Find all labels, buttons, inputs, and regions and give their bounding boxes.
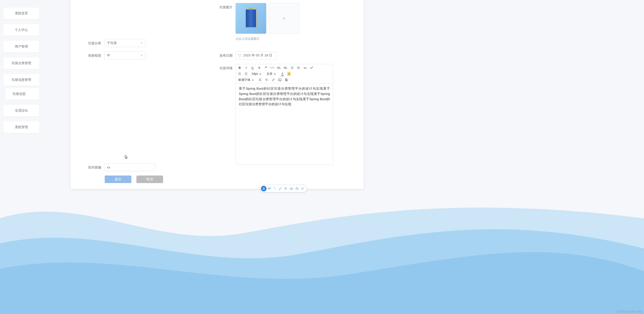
label-detail: 垃圾详情	[213, 64, 236, 71]
svg-point-3	[297, 68, 298, 69]
gear-icon	[301, 187, 304, 190]
unordered-list-icon	[297, 66, 300, 69]
ime-toolbar: 王 中 °,	[260, 185, 307, 192]
indent-icon	[238, 72, 241, 76]
upload-hint: 点击上传垃圾图片	[236, 37, 299, 41]
svg-point-2	[297, 67, 298, 68]
date-input[interactable]: 2023 年 03 月 19 日	[236, 51, 277, 59]
sidebar-item-category-mgmt[interactable]: 垃圾分类管理	[4, 57, 39, 69]
sidebar-item-user-mgmt[interactable]: 用户管理	[4, 41, 39, 52]
category-value: 干垃圾	[107, 41, 117, 45]
ime-logo-icon[interactable]: 王	[261, 186, 267, 191]
subscript-button[interactable]: x₂	[303, 65, 307, 70]
font-size-select[interactable]: 14px	[250, 72, 263, 76]
outdent-button[interactable]	[244, 71, 248, 76]
save-icon	[285, 78, 288, 82]
h2-button[interactable]: H₂	[283, 65, 288, 70]
ime-punct-toggle[interactable]: °,	[272, 186, 277, 191]
scissors-icon	[284, 187, 288, 190]
label-image: 垃圾图片	[213, 3, 236, 10]
image-button[interactable]	[278, 77, 282, 82]
save-button[interactable]	[284, 77, 289, 82]
outdent-icon	[244, 72, 248, 76]
label-danger: 危害程度	[82, 51, 104, 58]
sidebar-item-info-mgmt[interactable]: 垃圾信息管理	[4, 74, 39, 86]
editor-content[interactable]: 基于Spring Boot的社区垃圾分类管理平台的设计与实现基于Spring B…	[236, 84, 333, 165]
pencil-icon	[279, 187, 282, 190]
date-value: 2023 年 03 月 19 日	[243, 53, 272, 58]
svg-point-9	[302, 188, 303, 189]
label-category: 垃圾分类	[82, 39, 104, 46]
align-icon	[258, 78, 262, 82]
plus-icon	[281, 15, 287, 21]
ime-lang-toggle[interactable]: 中	[267, 186, 272, 191]
link-icon	[272, 78, 275, 82]
clear-format-button[interactable]: Tx	[264, 77, 269, 82]
battery-image	[245, 9, 256, 28]
font-color-button[interactable]: A	[280, 71, 285, 76]
sidebar-item-home[interactable]: 系统首页	[4, 8, 39, 19]
danger-select[interactable]: 中	[104, 51, 145, 59]
sidebar: 系统首页 个人中心 用户管理 垃圾分类管理 垃圾信息管理 垃圾信息 交流论坛 系…	[4, 8, 39, 138]
upload-button[interactable]	[269, 3, 299, 34]
keyboard-icon	[290, 187, 293, 190]
bg-color-button[interactable]: A	[287, 71, 291, 76]
danger-value: 中	[107, 53, 110, 58]
align-button[interactable]	[258, 77, 262, 82]
calendar-icon	[238, 54, 241, 57]
submit-button[interactable]: 提交	[105, 176, 131, 183]
superscript-button[interactable]: x²	[309, 65, 314, 70]
svg-point-5	[279, 79, 280, 80]
ime-skin-button[interactable]	[278, 186, 283, 191]
sidebar-item-forum[interactable]: 交流论坛	[4, 105, 39, 116]
label-measure: 应对措施	[82, 163, 104, 170]
measure-input[interactable]	[104, 163, 155, 171]
quote-button[interactable]: ❝	[263, 65, 268, 70]
code-button[interactable]: </>	[270, 65, 275, 70]
indent-button[interactable]	[237, 71, 242, 76]
toolbox-icon	[295, 187, 299, 190]
svg-point-1	[297, 67, 298, 67]
form-panel: 垃圾图片 点击上传垃圾图片 垃圾分类 干垃圾 危害程度 中 发布日期	[70, 0, 364, 189]
image-preview[interactable]	[236, 3, 266, 34]
category-select[interactable]: 干垃圾	[104, 39, 145, 47]
sidebar-item-profile[interactable]: 个人中心	[4, 24, 39, 36]
link-button[interactable]	[271, 77, 276, 82]
ordered-list-button[interactable]	[290, 65, 294, 70]
image-icon	[278, 78, 282, 82]
sidebar-item-system-mgmt[interactable]: 系统管理	[4, 121, 39, 133]
underline-button[interactable]: U	[250, 65, 255, 70]
unordered-list-button[interactable]	[296, 65, 301, 70]
watermark: CSDN @小菜coding	[616, 310, 642, 313]
h1-button[interactable]: H₁	[277, 65, 281, 70]
editor-toolbar: B I U S ❝ </> H₁ H₂ x₂ x² 14px 文本 A A	[236, 64, 333, 84]
svg-point-6	[285, 188, 286, 188]
ime-toolbox-button[interactable]	[294, 186, 299, 191]
ordered-list-icon	[290, 66, 294, 69]
svg-rect-0	[238, 54, 241, 57]
ime-settings-button[interactable]	[300, 186, 305, 191]
svg-rect-4	[279, 79, 281, 81]
rich-text-editor: B I U S ❝ </> H₁ H₂ x₂ x² 14px 文本 A A	[236, 64, 333, 165]
cancel-button[interactable]: 取消	[136, 176, 163, 183]
svg-rect-8	[290, 188, 293, 189]
strikethrough-button[interactable]: S	[257, 65, 261, 70]
sidebar-sub-info[interactable]: 垃圾信息	[6, 88, 39, 100]
svg-point-7	[285, 189, 286, 190]
font-family-select[interactable]: 标准字体	[237, 78, 256, 82]
italic-button[interactable]: I	[244, 65, 248, 70]
ime-cut-button[interactable]	[283, 186, 288, 191]
text-type-select[interactable]: 文本	[266, 72, 278, 76]
label-date: 发布日期	[213, 51, 236, 58]
ime-keyboard-button[interactable]	[289, 186, 294, 191]
bold-button[interactable]: B	[237, 65, 242, 70]
